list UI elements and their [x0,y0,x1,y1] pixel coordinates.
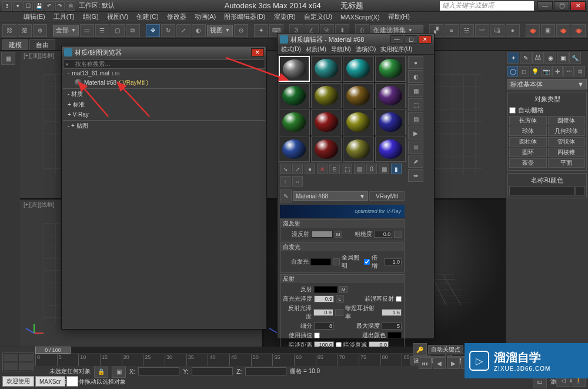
autogrid-checkbox[interactable] [509,107,516,114]
backlight-icon[interactable]: ◐ [408,70,423,83]
me-menu-modes[interactable]: 模式(D) [281,45,301,54]
fior-spinner[interactable]: 1.6 [382,309,402,316]
helpers-icon[interactable]: ✚ [552,66,563,77]
material-slot[interactable] [343,109,374,135]
hgloss-spinner[interactable]: 0.9 [314,295,334,302]
scale-tool-icon[interactable]: ⤢ [176,24,191,37]
background-icon[interactable]: ▦ [408,84,423,97]
object-name-input[interactable] [509,186,574,195]
browser-close-button[interactable]: ✕ [251,48,264,56]
hierarchy-tab-icon[interactable]: 品 [532,52,544,64]
exit-swatch[interactable] [387,332,402,339]
y-input[interactable] [192,367,233,375]
tree-material-item[interactable]: Material #68 ( VRayMtl ) [63,78,265,87]
material-slot[interactable] [279,56,310,82]
menu-customize[interactable]: 自定义(U) [304,12,332,22]
maxscript-button[interactable]: MAXScr [35,376,65,387]
menu-maxscript[interactable]: MAXScript(X) [340,12,380,22]
rotate-tool-icon[interactable]: ↻ [161,24,175,37]
utilities-tab-icon[interactable]: 🔧 [569,52,581,64]
systems-icon[interactable]: ⚙ [574,66,585,77]
autokey-button[interactable]: 自动关键点 [428,345,463,354]
minimize-button[interactable]: — [537,1,553,11]
category-combo[interactable]: 标准基本体▼ [507,79,587,89]
menu-help[interactable]: 帮助(H) [388,12,410,22]
save-icon[interactable]: 💾 [34,1,44,11]
video-check-icon[interactable]: ▤ [408,112,423,125]
material-slot[interactable] [375,56,406,82]
render-frame-icon[interactable]: ▣ [541,24,555,37]
shapes-icon[interactable]: ◻ [519,66,529,77]
go-parent-icon[interactable]: ↑ [280,176,290,187]
get-material-icon[interactable]: ↘ [280,164,290,174]
show-map-icon[interactable]: ▦ [379,164,389,174]
material-slot[interactable] [343,83,374,109]
rollout-header[interactable]: 反射 [280,275,404,283]
tree-sec-maps[interactable]: + 贴图 [63,120,265,131]
undo-icon[interactable]: ↶ [45,1,54,11]
me-menu-nav[interactable]: 导航(N) [331,45,351,54]
assign-icon[interactable]: ● [305,164,315,174]
roughness-spinner[interactable]: 0.0 [374,231,392,238]
tree-sec-material[interactable]: 材质 [63,88,265,99]
window-crossing-icon[interactable]: ⧉ [126,24,140,37]
menu-rendering[interactable]: 渲染(R) [274,12,296,22]
rollout-header[interactable]: 名称和颜色 [509,175,585,186]
viewport-label[interactable]: [+][左][线框] [24,201,55,209]
material-slot[interactable] [279,137,310,162]
use-center-icon[interactable]: ⊙ [234,24,248,37]
create-tab-icon[interactable]: ✦ [507,52,519,64]
make-unique-icon[interactable]: ⬚ [342,164,352,174]
help-search-input[interactable]: 键入关键字或短语 [440,1,534,11]
selfillum-map-button[interactable] [333,258,340,265]
mult-spinner[interactable]: 1.0 [384,258,402,265]
menu-animation[interactable]: 动画(A) [195,12,216,22]
geometry-icon[interactable]: ◯ [507,66,518,77]
interp-checkbox[interactable] [314,333,320,338]
me-menu-material[interactable]: 材质(M) [306,45,326,54]
reflect-map-button[interactable]: M [339,286,348,293]
show-end-icon[interactable]: ▮ [391,164,402,174]
tree-matfile[interactable]: -mat13_61.matLIB [63,69,265,78]
menu-group[interactable]: 组(G) [83,12,99,22]
prim-sphere[interactable]: 球体 [509,127,547,136]
prim-teapot[interactable]: 茶壶 [509,158,547,168]
prim-torus[interactable]: 圆环 [509,148,547,157]
open-icon[interactable]: ☐ [24,1,33,11]
layers-icon[interactable]: ☱ [460,24,474,37]
gi-checkbox[interactable] [364,259,370,265]
menu-grapheditors[interactable]: 图形编辑器(D) [224,12,265,22]
mateditor-close-button[interactable]: ✕ [419,35,432,44]
make-copy-icon[interactable]: ⎘ [329,164,340,174]
move-tool-icon[interactable]: ✥ [146,24,160,37]
tree-vray[interactable]: + V-Ray [63,110,265,119]
menu-tools[interactable]: 工具(T) [54,12,75,22]
roughness-map-button[interactable] [394,231,402,238]
close-button[interactable]: ✕ [570,1,586,11]
prim-tube[interactable]: 管状体 [548,137,586,147]
material-slot[interactable] [343,56,374,82]
modify-tab-icon[interactable]: ✎ [520,52,532,64]
fresnel-checkbox[interactable] [396,296,402,302]
tree-standard[interactable]: + 标准 [63,99,265,110]
curve-editor-icon[interactable]: 〰 [475,24,489,37]
render-icon[interactable]: 🫖 [572,24,586,37]
x-input[interactable] [138,367,179,375]
viewport-label[interactable]: [+][顶][线框] [24,52,55,60]
bind-spacewarp-icon[interactable]: ⊛ [33,24,47,37]
render-prod-icon[interactable]: 🫖 [556,24,570,37]
ref-coord-combo[interactable]: 视图▼ [207,25,233,36]
motion-tab-icon[interactable]: ◉ [544,52,556,64]
reflect-swatch[interactable] [314,286,338,293]
link-icon[interactable]: ⎘ [66,1,75,11]
prim-pyramid[interactable]: 四棱锥 [548,148,586,157]
prim-plane[interactable]: 平面 [548,158,586,168]
select-by-mat-icon[interactable]: ⬈ [408,155,423,168]
goto-start-icon[interactable]: ⏮ [419,357,432,369]
browser-titlebar[interactable]: 材质/贴图浏览器 ✕ [62,46,266,58]
reset-icon[interactable]: ✕ [317,164,328,174]
material-slot[interactable] [343,137,374,162]
diffuse-map-button[interactable]: M [335,231,342,238]
sub-spinner[interactable]: 8 [314,322,334,330]
rgloss-map-button[interactable] [335,309,343,316]
